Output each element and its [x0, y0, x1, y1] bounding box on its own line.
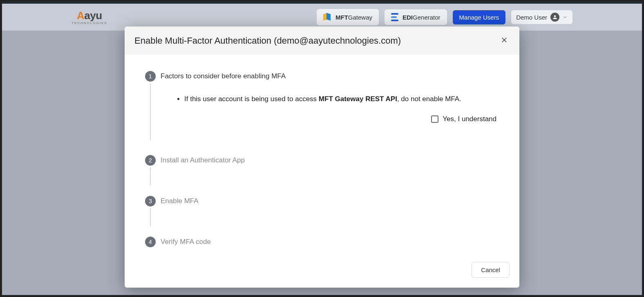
step-4: 4 Verify MFA code: [145, 237, 499, 247]
step-1-label: Factors to consider before enabling MFA: [161, 71, 499, 82]
close-icon: [501, 36, 508, 44]
step-4-number: 4: [145, 237, 156, 247]
step-connector: [150, 208, 151, 226]
step-2: 2 Install an Authenticator App: [145, 155, 499, 166]
step-1-number: 1: [145, 71, 156, 82]
modal-body: 1 Factors to consider before enabling MF…: [125, 55, 519, 255]
step-3-number: 3: [145, 196, 156, 206]
step-1: 1 Factors to consider before enabling MF…: [145, 71, 499, 135]
acknowledge-row: Yes, I understand: [177, 115, 499, 123]
step-3-label: Enable MFA: [161, 196, 499, 206]
step-2-label: Install an Authenticator App: [161, 155, 499, 166]
app-viewport: Aayu TECHNOLOGIES MFTGateway EDIGenerato…: [2, 2, 642, 295]
acknowledge-checkbox[interactable]: [431, 115, 438, 123]
cancel-button[interactable]: Cancel: [472, 262, 510, 278]
modal-footer: Cancel: [125, 255, 519, 288]
step-4-label: Verify MFA code: [161, 237, 499, 247]
enable-mfa-modal: Enable Multi-Factor Authentication (demo…: [125, 27, 519, 288]
mfa-stepper: 1 Factors to consider before enabling MF…: [145, 71, 499, 247]
acknowledge-label: Yes, I understand: [443, 115, 496, 123]
step-connector: [150, 167, 151, 185]
modal-header: Enable Multi-Factor Authentication (demo…: [125, 27, 519, 55]
step-connector: [150, 83, 151, 140]
step-3: 3 Enable MFA: [145, 196, 499, 206]
close-button[interactable]: [499, 35, 510, 47]
modal-title: Enable Multi-Factor Authentication (demo…: [134, 35, 401, 46]
step-1-content: If this user account is being used to ac…: [161, 82, 499, 135]
step-2-number: 2: [145, 155, 156, 166]
mfa-warning-bullet: If this user account is being used to ac…: [184, 94, 499, 104]
